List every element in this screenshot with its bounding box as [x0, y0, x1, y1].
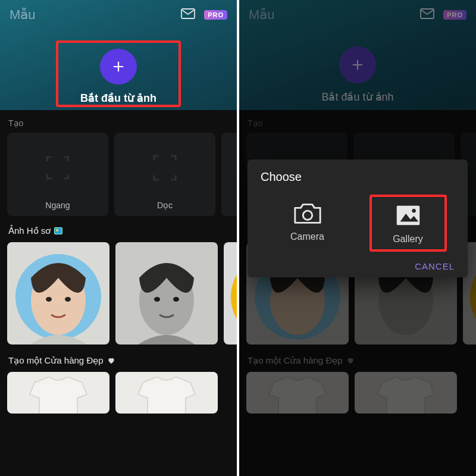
plus-icon — [100, 49, 137, 84]
pro-badge[interactable]: PRO — [204, 10, 227, 20]
shop-section-label: Tạo một Cửa hàng Đẹp — [0, 345, 237, 372]
profile-thumb-1[interactable] — [7, 242, 109, 345]
svg-point-5 — [65, 297, 71, 302]
profile-thumb-3[interactable] — [224, 242, 237, 345]
start-from-photo-label: Bắt đầu từ ảnh — [80, 92, 156, 105]
create-caption-vertical: Dọc — [157, 201, 173, 210]
heart-icon — [107, 356, 115, 365]
camera-icon — [293, 201, 322, 226]
choose-dialog: Choose Camera Gallery CANCEL — [248, 159, 468, 277]
profile-section-label: Ảnh Hồ sơ — [0, 216, 237, 242]
shop-card-2[interactable] — [115, 372, 218, 414]
svg-point-23 — [412, 209, 416, 213]
dialog-title: Choose — [261, 170, 458, 184]
create-card-more[interactable] — [221, 133, 237, 216]
create-card-horizontal[interactable]: Ngang — [7, 133, 108, 216]
create-row: Ngang Dọc — [0, 133, 237, 216]
option-gallery[interactable]: Gallery — [369, 195, 447, 252]
picture-icon — [54, 227, 62, 234]
create-card-vertical[interactable]: Dọc — [114, 133, 215, 216]
mail-icon[interactable] — [180, 8, 196, 21]
cancel-button[interactable]: CANCEL — [415, 261, 455, 271]
svg-point-9 — [173, 297, 179, 302]
profile-section-text: Ảnh Hồ sơ — [8, 226, 51, 236]
option-camera[interactable]: Camera — [269, 195, 346, 252]
option-gallery-label: Gallery — [393, 234, 423, 245]
svg-rect-21 — [396, 206, 419, 226]
gallery-icon — [393, 203, 423, 228]
top-bar: Mẫu PRO Bắt đầu từ ảnh — [0, 0, 237, 110]
app-title: Mẫu — [10, 7, 36, 23]
profile-thumb-row — [0, 242, 237, 345]
create-caption-horizontal: Ngang — [45, 201, 70, 210]
svg-point-20 — [303, 211, 312, 220]
profile-thumb-2[interactable] — [115, 242, 218, 345]
svg-point-8 — [154, 297, 160, 302]
screenshot-left: Mẫu PRO Bắt đầu từ ảnh Tạo Ngang Dọc — [0, 0, 237, 476]
shop-section-text: Tạo một Cửa hàng Đẹp — [8, 355, 104, 366]
shop-card-1[interactable] — [7, 372, 109, 414]
create-section-label: Tạo — [0, 110, 237, 133]
start-from-photo-tile[interactable]: Bắt đầu từ ảnh — [56, 40, 181, 107]
svg-point-4 — [46, 297, 52, 302]
screenshot-right: Mẫu PRO Bắt đầu từ ảnh Tạo Ảnh Hồ sơ — [239, 0, 476, 476]
option-camera-label: Camera — [290, 231, 324, 242]
shop-row — [0, 372, 237, 414]
